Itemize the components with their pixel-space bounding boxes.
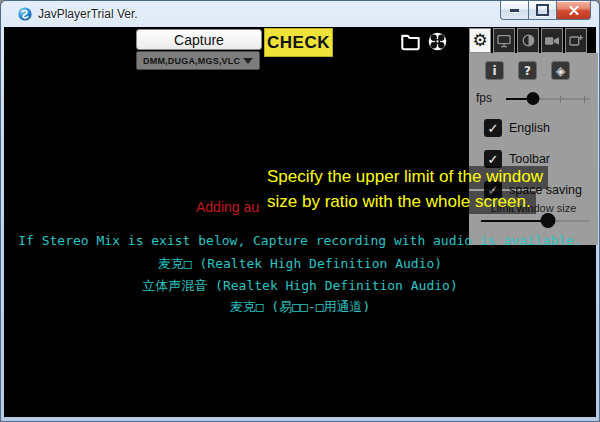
- tab-settings[interactable]: ⚙: [469, 28, 491, 53]
- fps-slider-thumb[interactable]: [526, 92, 539, 105]
- folder-icon: [400, 32, 421, 51]
- layers-icon: ◈: [556, 64, 565, 78]
- title-bar[interactable]: JavPlayerTrial Ver.: [1, 1, 599, 27]
- tooltip-line1: Specify the upper limit of the window: [262, 166, 548, 189]
- source-dropdown[interactable]: DMM,DUGA,MGS,VLC: [136, 51, 260, 70]
- window-controls: [501, 1, 591, 20]
- video-camera-icon: [544, 34, 560, 48]
- reel-button[interactable]: [426, 30, 449, 52]
- checkbox-english[interactable]: ✓ English: [484, 119, 550, 137]
- info-icon: i: [492, 64, 496, 78]
- audio-device-item: 立体声混音 (Realtek High Definition Audio): [4, 277, 596, 295]
- stereo-mix-info-text: If Stereo Mix is exist below, Capture re…: [4, 233, 596, 248]
- source-dropdown-value: DMM,DUGA,MGS,VLC: [143, 56, 240, 66]
- gear-icon: ⚙: [472, 32, 487, 49]
- info-button[interactable]: i: [485, 61, 504, 80]
- fps-label: fps: [476, 91, 492, 105]
- fps-slider-tick: [584, 96, 585, 103]
- capture-button[interactable]: Capture: [136, 29, 262, 50]
- warning-text: Adding au: [196, 199, 259, 215]
- check-button-label: CHECK: [267, 33, 330, 53]
- audio-device-item: 麦克□ (Realtek High Definition Audio): [4, 255, 596, 273]
- folder-button[interactable]: [399, 30, 422, 52]
- limit-slider-thumb[interactable]: [540, 213, 555, 228]
- screenshot-plus-icon: [568, 33, 584, 49]
- app-window: JavPlayerTrial Ver. Capture DMM,DUGA,MGS…: [0, 0, 600, 422]
- tab-screenshot[interactable]: [565, 28, 587, 53]
- settings-panel: i ? ◈ fps ✓ English ✓ Toolbar: [469, 53, 598, 245]
- tab-contrast[interactable]: [517, 28, 539, 53]
- tab-display[interactable]: [493, 28, 515, 53]
- limit-slider-fill: [481, 220, 548, 222]
- reel-icon: [427, 31, 448, 52]
- check-button[interactable]: CHECK: [264, 28, 333, 57]
- checkbox-checked-icon[interactable]: ✓: [484, 119, 502, 137]
- fps-slider[interactable]: [506, 92, 590, 107]
- fps-slider-tick: [560, 96, 561, 103]
- maximize-button[interactable]: [528, 1, 557, 20]
- help-icon: ?: [524, 64, 531, 78]
- checkbox-english-label: English: [509, 121, 550, 135]
- maximize-icon: [536, 4, 549, 16]
- monitor-icon: [496, 33, 512, 49]
- dropdown-arrow-icon: [243, 58, 253, 64]
- help-button[interactable]: ?: [518, 61, 537, 80]
- player-content-area: Capture DMM,DUGA,MGS,VLC CHECK: [4, 27, 596, 417]
- capture-button-label: Capture: [174, 32, 224, 48]
- checkbox-toolbar-label: Toolbar: [509, 152, 550, 166]
- audio-device-item: 麦克□ (易□□-□用通道): [4, 298, 596, 316]
- tooltip-line2: size by ratio with the whole screen.: [262, 191, 536, 214]
- window-title: JavPlayerTrial Ver.: [38, 7, 138, 21]
- close-button[interactable]: [556, 1, 591, 20]
- minimize-icon: [510, 9, 519, 12]
- app-icon: [18, 7, 32, 21]
- limit-window-size-slider[interactable]: [481, 214, 589, 229]
- layers-button[interactable]: ◈: [551, 61, 570, 80]
- tab-record[interactable]: [541, 28, 563, 53]
- contrast-icon: [521, 33, 536, 48]
- close-icon: [569, 6, 579, 15]
- minimize-button[interactable]: [500, 1, 529, 20]
